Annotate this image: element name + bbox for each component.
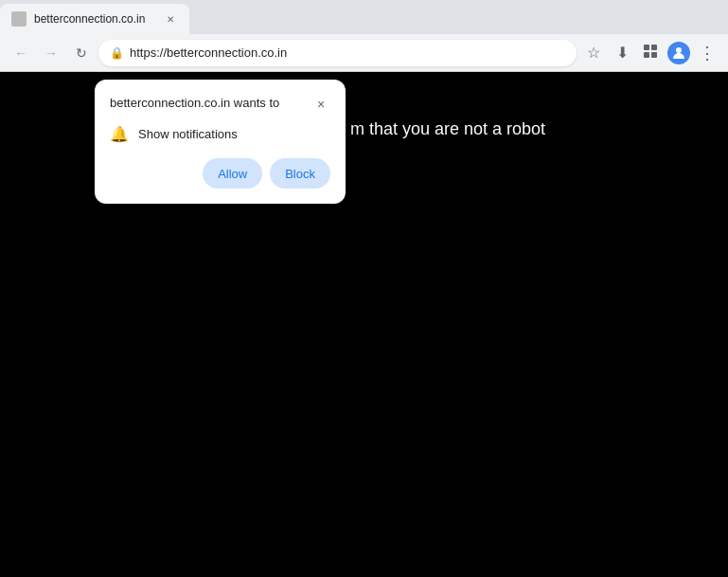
tab-title: betterconnection.co.in <box>34 12 155 26</box>
address-bar-row: ← → ↻ 🔒 https://betterconnection.co.in ☆… <box>0 34 728 72</box>
svg-rect-0 <box>644 45 649 50</box>
extension-button[interactable] <box>637 40 664 66</box>
page-background-text: m that you are not a robot <box>350 119 545 139</box>
url-text: https://betterconnection.co.in <box>130 45 565 60</box>
download-icon: ⬇ <box>616 44 629 62</box>
popup-title: betterconnection.co.in wants to <box>110 95 311 112</box>
page-content: m that you are not a robot betterconnect… <box>0 72 728 577</box>
svg-rect-2 <box>644 52 649 58</box>
profile-button[interactable] <box>666 40 692 66</box>
address-bar[interactable]: 🔒 https://betterconnection.co.in <box>98 40 577 66</box>
browser-frame: betterconnection.co.in ✕ ← → ↻ 🔒 https:/… <box>0 0 728 577</box>
extension-icon <box>643 44 658 63</box>
popup-close-button[interactable]: × <box>311 95 330 114</box>
notification-popup: betterconnection.co.in wants to × 🔔 Show… <box>95 80 346 204</box>
active-tab[interactable]: betterconnection.co.in ✕ <box>0 4 189 34</box>
svg-point-4 <box>676 47 682 53</box>
menu-button[interactable]: ⋮ <box>694 40 720 66</box>
tab-bar: betterconnection.co.in ✕ <box>0 0 728 34</box>
toolbar-icons: ☆ ⬇ <box>580 40 720 66</box>
star-icon: ☆ <box>587 44 600 62</box>
popup-notification-row: 🔔 Show notifications <box>110 125 330 143</box>
popup-buttons: Allow Block <box>110 158 330 189</box>
profile-avatar <box>667 42 690 64</box>
svg-rect-3 <box>651 52 657 58</box>
block-button[interactable]: Block <box>270 158 330 189</box>
close-icon: × <box>317 97 325 112</box>
reload-button[interactable]: ↻ <box>68 40 95 66</box>
allow-button[interactable]: Allow <box>203 158 262 189</box>
svg-rect-1 <box>651 45 657 50</box>
popup-header: betterconnection.co.in wants to × <box>110 95 330 114</box>
notification-row-label: Show notifications <box>138 127 238 141</box>
bookmark-star-button[interactable]: ☆ <box>580 40 607 66</box>
download-button[interactable]: ⬇ <box>609 40 635 66</box>
back-button[interactable]: ← <box>8 40 34 66</box>
security-icon: 🔒 <box>110 46 124 60</box>
bell-icon: 🔔 <box>110 125 129 143</box>
tab-favicon <box>11 11 27 27</box>
three-dot-icon: ⋮ <box>699 43 716 63</box>
forward-button[interactable]: → <box>38 40 64 66</box>
tab-close-button[interactable]: ✕ <box>163 11 178 27</box>
